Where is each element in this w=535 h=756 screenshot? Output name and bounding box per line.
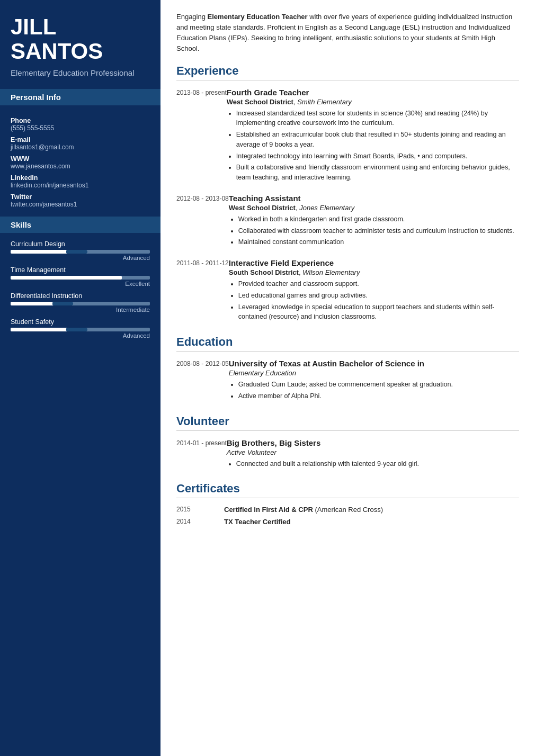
skill-level: Intermediate [11,307,150,313]
cert-text: Certified in First Aid & CPR (American R… [224,506,383,514]
email-label: E-mail [11,136,150,143]
entry-title: Teaching Assistant [229,194,519,203]
bullet: Increased standardized test score for st… [236,109,519,129]
bullet: Established an extracurricular book club… [236,130,519,150]
email-value: jillsantos1@gmail.com [11,143,150,151]
education-header: Education [176,335,519,352]
entry-title: Big Brothers, Big Sisters [227,438,519,447]
entry-date: 2013-08 - present [176,88,227,184]
entry-title: Fourth Grade Teacher [227,88,519,97]
skill-name: Time Management [11,266,150,274]
certificates-header: Certificates [176,482,519,498]
bullet: Leveraged knowledge in special education… [238,302,519,322]
bullet: Connected and built a relationship with … [236,459,519,469]
bullet: Worked in both a kindergarten and first … [238,214,519,224]
main-content: Engaging Elementary Education Teacher wi… [160,0,535,756]
skill-bar [11,276,150,280]
education-entries: 2008-08 - 2012-05University of Texas at … [176,359,519,403]
bullet: Integrated technology into learning with… [236,151,519,161]
cert-text: TX Teacher Certified [224,518,290,526]
bullet: Active member of Alpha Phi. [238,391,519,401]
volunteer-section: Volunteer 2014-01 - presentBig Brothers,… [176,415,519,471]
entry-content: Interactive Field ExperienceSouth School… [229,258,519,323]
phone-value: (555) 555-5555 [11,124,150,132]
education-section: Education 2008-08 - 2012-05University of… [176,335,519,403]
volunteer-header: Volunteer [176,415,519,431]
experience-entries: 2013-08 - presentFourth Grade TeacherWes… [176,88,519,324]
entry-content: Big Brothers, Big SistersActive Voluntee… [227,438,519,471]
skill-name: Student Safety [11,318,150,326]
entry-bullets: Worked in both a kindergarten and first … [229,214,519,247]
linkedin-value: linkedin.com/in/janesantos1 [11,182,150,189]
entry: 2011-08 - 2011-12Interactive Field Exper… [176,258,519,323]
skill-item: Student Safety Advanced [11,318,150,339]
bullet: Graduated Cum Laude; asked be commenceme… [238,380,519,390]
entry-org: Elementary Education [229,369,519,377]
summary-bold: Elementary Education Teacher [208,13,308,21]
twitter-label: Twitter [11,193,150,201]
cert-year: 2015 [176,506,224,514]
entry-org: West School District, Smith Elementary [227,98,519,106]
skills-section: Curriculum Design Advanced Time Manageme… [0,237,160,347]
skill-level: Excellent [11,281,150,287]
skill-name: Differentiated Instruction [11,292,150,300]
www-value: www.janesantos.com [11,163,150,170]
skills-header: Skills [0,217,160,233]
entry: 2012-08 - 2013-08Teaching AssistantWest … [176,194,519,249]
skill-item: Time Management Excellent [11,266,150,287]
experience-section: Experience 2013-08 - presentFourth Grade… [176,64,519,324]
skill-name: Curriculum Design [11,240,150,248]
summary: Engaging Elementary Education Teacher wi… [176,12,519,55]
www-label: WWW [11,155,150,163]
entry-content: Fourth Grade TeacherWest School District… [227,88,519,184]
entry-date: 2008-08 - 2012-05 [176,359,229,403]
volunteer-entries: 2014-01 - presentBig Brothers, Big Siste… [176,438,519,471]
bullet: Collaborated with classroom teacher to a… [238,226,519,236]
bullet: Maintained constant communication [238,237,519,247]
entry-date: 2012-08 - 2013-08 [176,194,229,249]
entry-org: Active Volunteer [227,448,519,456]
entry-org: West School District, Jones Elementary [229,204,519,212]
skill-level: Advanced [11,332,150,339]
entry-content: University of Texas at Austin Bachelor o… [229,359,519,403]
certificates-entries: 2015 Certified in First Aid & CPR (Ameri… [176,506,519,526]
entry-title: University of Texas at Austin Bachelor o… [229,359,519,368]
experience-header: Experience [176,64,519,80]
entry: 2008-08 - 2012-05University of Texas at … [176,359,519,403]
entry-date: 2014-01 - present [176,438,227,471]
skill-bar [11,328,150,331]
entry-org: South School District, Wilson Elementary [229,268,519,276]
entry-title: Interactive Field Experience [229,258,519,267]
candidate-subtitle: Elementary Education Professional [11,68,150,78]
skill-item: Differentiated Instruction Intermediate [11,292,150,313]
entry-bullets: Provided teacher and classroom support.L… [229,279,519,322]
twitter-value: twitter.com/janesantos1 [11,201,150,208]
personal-info-header: Personal Info [0,89,160,105]
bullet: Provided teacher and classroom support. [238,279,519,289]
certificate-entry: 2015 Certified in First Aid & CPR (Ameri… [176,506,519,514]
entry-date: 2011-08 - 2011-12 [176,258,229,323]
certificates-section: Certificates 2015 Certified in First Aid… [176,482,519,526]
phone-label: Phone [11,117,150,124]
bullet: Led educational games and group activiti… [238,291,519,301]
skill-bar [11,302,150,305]
certificate-entry: 2014 TX Teacher Certified [176,518,519,526]
candidate-name: JILL SANTOS [11,15,150,64]
entry-bullets: Graduated Cum Laude; asked be commenceme… [229,380,519,401]
entry: 2014-01 - presentBig Brothers, Big Siste… [176,438,519,471]
bullet: Built a collaborative and friendly class… [236,163,519,183]
entry: 2013-08 - presentFourth Grade TeacherWes… [176,88,519,184]
sidebar: JILL SANTOS Elementary Education Profess… [0,0,160,756]
entry-bullets: Increased standardized test score for st… [227,109,519,183]
entry-content: Teaching AssistantWest School District, … [229,194,519,249]
cert-year: 2014 [176,518,224,526]
skill-bar [11,250,150,254]
linkedin-label: LinkedIn [11,174,150,182]
entry-bullets: Connected and built a relationship with … [227,459,519,469]
sidebar-name-block: JILL SANTOS Elementary Education Profess… [0,0,160,84]
personal-info-section: Phone (555) 555-5555 E-mail jillsantos1@… [0,110,160,211]
skill-item: Curriculum Design Advanced [11,240,150,261]
skill-level: Advanced [11,255,150,261]
